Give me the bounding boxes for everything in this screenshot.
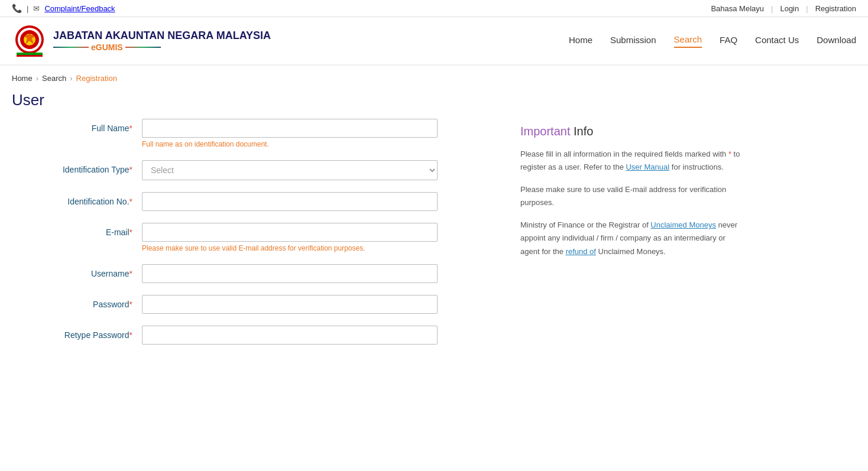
top-bar-left: 📞 | ✉ Complaint/Feedback (12, 4, 115, 13)
breadcrumb-sep1: › (36, 74, 38, 83)
info-para3-before: Ministry of Finance or the Registrar of (520, 220, 650, 229)
divider1: | (771, 4, 773, 13)
password-field-wrap (142, 295, 497, 314)
nav-faq[interactable]: FAQ (720, 35, 737, 47)
info-para1-end: for instructions. (669, 163, 724, 171)
breadcrumb-sep2: › (70, 74, 72, 83)
full-name-label: Full Name* (12, 119, 142, 133)
registration-form: Full Name* Full name as on identificatio… (12, 119, 497, 356)
info-title: Important Info (520, 125, 745, 138)
info-title-highlight: Important (520, 125, 570, 138)
email-hint: Please make sure to use valid E-mail add… (142, 244, 438, 252)
logo-area: JABATAN AKAUNTAN NEGARA MALAYSIA eGUMIS (12, 23, 271, 59)
info-para1: Please fill in all information in the re… (520, 148, 745, 174)
info-panel: Important Info Please fill in all inform… (520, 119, 745, 356)
logo-image (12, 23, 47, 59)
login-link[interactable]: Login (780, 4, 799, 13)
full-name-required: * (129, 124, 132, 133)
id-type-required: * (129, 165, 132, 174)
top-bar: 📞 | ✉ Complaint/Feedback Bahasa Melayu |… (0, 0, 868, 17)
info-para3: Ministry of Finance or the Registrar of … (520, 219, 745, 258)
email-row: E-mail* Please make sure to use valid E-… (12, 223, 497, 252)
email-required: * (129, 228, 132, 237)
id-no-field-wrap (142, 192, 497, 211)
id-no-label: Identification No.* (12, 192, 142, 206)
full-name-field-wrap: Full name as on identification document. (142, 119, 497, 148)
lang-switch-link[interactable]: Bahasa Melayu (711, 4, 764, 13)
password-row: Password* (12, 295, 497, 314)
info-title-rest: Info (570, 125, 593, 138)
logo-text-area: JABATAN AKAUNTAN NEGARA MALAYSIA eGUMIS (53, 30, 271, 52)
breadcrumb-home[interactable]: Home (12, 74, 33, 83)
breadcrumb: Home › Search › Registration (0, 66, 868, 91)
retype-password-field-wrap (142, 326, 497, 345)
system-name: eGUMIS (91, 43, 123, 52)
refund-of-link[interactable]: refund of (566, 247, 596, 256)
username-row: Username* (12, 264, 497, 283)
mail-icon: ✉ (33, 4, 40, 13)
info-para3-end: Unclaimed Moneys. (596, 247, 666, 256)
username-label: Username* (12, 264, 142, 278)
full-name-row: Full Name* Full name as on identificatio… (12, 119, 497, 148)
header: JABATAN AKAUNTAN NEGARA MALAYSIA eGUMIS … (0, 17, 868, 66)
email-field-wrap: Please make sure to use valid E-mail add… (142, 223, 497, 252)
org-name: JABATAN AKAUNTAN NEGARA MALAYSIA (53, 30, 271, 43)
nav-submission[interactable]: Submission (610, 35, 656, 47)
info-para1-before: Please fill in all information in the re… (520, 150, 728, 158)
divider-bar: | (27, 4, 28, 13)
full-name-input[interactable] (142, 119, 438, 138)
nav-contact-us[interactable]: Contact Us (755, 35, 799, 47)
svg-rect-5 (17, 53, 43, 55)
nav-download[interactable]: Download (817, 35, 856, 47)
user-manual-link[interactable]: User Manual (626, 163, 669, 171)
email-label: E-mail* (12, 223, 142, 237)
username-required: * (129, 269, 132, 278)
svg-rect-6 (17, 55, 43, 57)
username-input[interactable] (142, 264, 438, 283)
page-title: User (0, 91, 868, 119)
registration-link[interactable]: Registration (815, 4, 856, 13)
divider2: | (806, 4, 808, 13)
nav-search[interactable]: Search (674, 34, 702, 48)
id-type-label: Identification Type* (12, 160, 142, 174)
complaint-feedback-link[interactable]: Complaint/Feedback (44, 4, 115, 13)
id-type-field-wrap: Select MyKad Passport Army/Police ID (142, 160, 497, 180)
email-input[interactable] (142, 223, 438, 242)
nav-home[interactable]: Home (569, 35, 592, 47)
id-no-required: * (129, 197, 132, 206)
password-required: * (129, 300, 132, 309)
breadcrumb-current: Registration (76, 74, 117, 83)
unclaimed-moneys-link1[interactable]: Unclaimed Moneys (650, 220, 716, 229)
retype-password-row: Retype Password* (12, 326, 497, 345)
username-field-wrap (142, 264, 497, 283)
id-type-select[interactable]: Select MyKad Passport Army/Police ID (142, 160, 438, 180)
breadcrumb-search[interactable]: Search (42, 74, 66, 83)
id-no-row: Identification No.* (12, 192, 497, 211)
content-area: Full Name* Full name as on identificatio… (0, 119, 868, 356)
id-type-row: Identification Type* Select MyKad Passpo… (12, 160, 497, 180)
main-nav: Home Submission Search FAQ Contact Us Do… (569, 34, 856, 48)
retype-password-label: Retype Password* (12, 326, 142, 340)
retype-password-required: * (129, 330, 132, 340)
phone-icon: 📞 (12, 4, 22, 13)
password-input[interactable] (142, 295, 438, 314)
retype-password-input[interactable] (142, 326, 438, 345)
info-para2: Please make sure to use valid E-mail add… (520, 183, 745, 209)
top-bar-right: Bahasa Melayu | Login | Registration (711, 4, 856, 13)
full-name-hint: Full name as on identification document. (142, 140, 438, 148)
password-label: Password* (12, 295, 142, 309)
id-no-input[interactable] (142, 192, 438, 211)
